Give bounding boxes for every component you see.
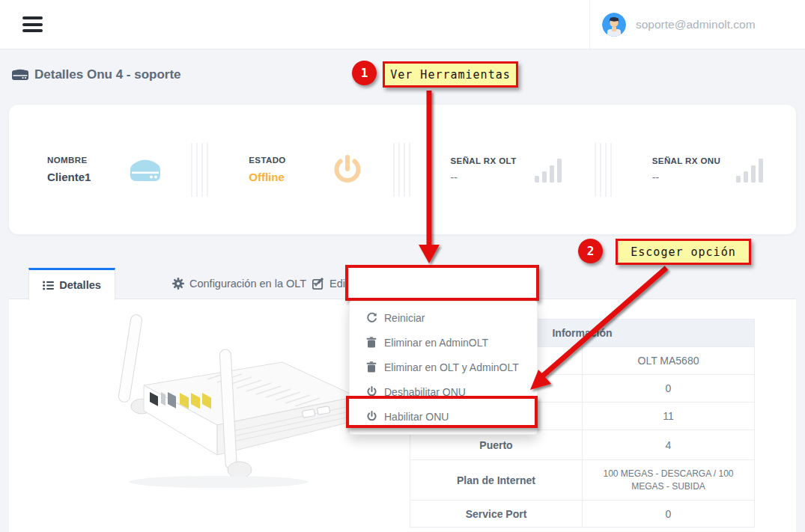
row-label: Plan de Internet <box>410 460 583 501</box>
menu-item-label: Eliminar en AdminOLT <box>384 337 488 349</box>
page-title-row: Detalles Onu 4 - soporte <box>12 67 181 82</box>
annotation-step-2-badge: 2 <box>578 239 603 263</box>
tab-detalles[interactable]: Detalles <box>28 268 115 300</box>
menu-toggle-icon[interactable] <box>22 16 43 33</box>
user-avatar <box>602 13 626 37</box>
signal-bars-icon <box>533 156 565 184</box>
row-value: 0 <box>583 375 755 403</box>
list-icon <box>43 281 54 290</box>
annotation-label-ver-herramientas: Ver Herramientas <box>383 61 518 88</box>
stat-value: -- <box>451 171 517 183</box>
menu-item-eliminar-adminolt[interactable]: Eliminar en AdminOLT <box>350 330 537 355</box>
menu-item-label: Eliminar en OLT y AdminOLT <box>384 361 519 373</box>
row-value: 100 MEGAS - DESCARGA / 100 MEGAS - SUBID… <box>583 460 755 501</box>
row-value: 4 <box>583 430 755 460</box>
row-value: OLT MA5680 <box>583 347 755 375</box>
tab-configuracion-olt[interactable]: Configuración en la OLT <box>172 268 319 299</box>
stat-estado: ESTADO Offline <box>210 154 392 186</box>
annotation-box-habilitar-onu <box>346 396 538 428</box>
table-row: Service Port 0 <box>410 501 755 528</box>
signal-bars-icon <box>735 156 766 184</box>
stat-senal-rx-onu: SEÑAL RX ONU -- <box>614 156 796 184</box>
status-badge: Offline <box>249 171 285 183</box>
table-row: Plan de Internet 100 MEGAS - DESCARGA / … <box>410 460 755 501</box>
onu-router-image <box>39 308 361 498</box>
top-navbar: soporte@adminolt.com <box>0 0 805 49</box>
stat-label: ESTADO <box>249 156 285 165</box>
stat-value: -- <box>652 171 721 183</box>
gear-icon <box>172 278 184 290</box>
menu-item-label: Reiniciar <box>384 312 425 324</box>
annotation-step-1-badge: 1 <box>352 61 377 85</box>
stat-divider <box>595 143 614 197</box>
tab-label: Configuración en la OLT <box>189 278 306 290</box>
stat-nombre: NOMBRE Cliente1 <box>9 156 191 183</box>
page-title: Detalles Onu 4 - soporte <box>34 67 181 82</box>
onu-device-icon <box>12 69 28 82</box>
stat-label: SEÑAL RX ONU <box>652 156 721 165</box>
menu-item-eliminar-olt-adminolt[interactable]: Eliminar en OLT y AdminOLT <box>350 355 537 379</box>
tab-label: Detalles <box>59 279 101 291</box>
refresh-icon <box>365 312 377 323</box>
onu-stats-card: NOMBRE Cliente1 ESTADO Offline <box>9 105 796 234</box>
annotation-label-escoger-opcion: Escoger opción <box>616 239 751 265</box>
annotation-box-herramientas <box>345 265 539 301</box>
user-menu[interactable]: soporte@adminolt.com <box>589 0 792 49</box>
power-icon <box>332 154 363 186</box>
stat-label: SEÑAL RX OLT <box>451 156 517 165</box>
row-value: 11 <box>583 403 755 430</box>
menu-item-reiniciar[interactable]: Reiniciar <box>350 305 537 330</box>
row-value: 0 <box>583 501 755 528</box>
edit-icon <box>312 278 324 290</box>
stat-senal-rx-olt: SEÑAL RX OLT -- <box>413 156 595 184</box>
row-label: Service Port <box>410 501 583 528</box>
stat-divider <box>191 143 210 197</box>
stat-value: Cliente1 <box>47 171 91 183</box>
stat-label: NOMBRE <box>47 156 91 165</box>
trash-icon <box>365 337 377 348</box>
user-email: soporte@adminolt.com <box>636 18 756 31</box>
stat-divider <box>393 143 413 197</box>
server-icon <box>130 158 161 182</box>
trash-icon <box>365 361 377 373</box>
